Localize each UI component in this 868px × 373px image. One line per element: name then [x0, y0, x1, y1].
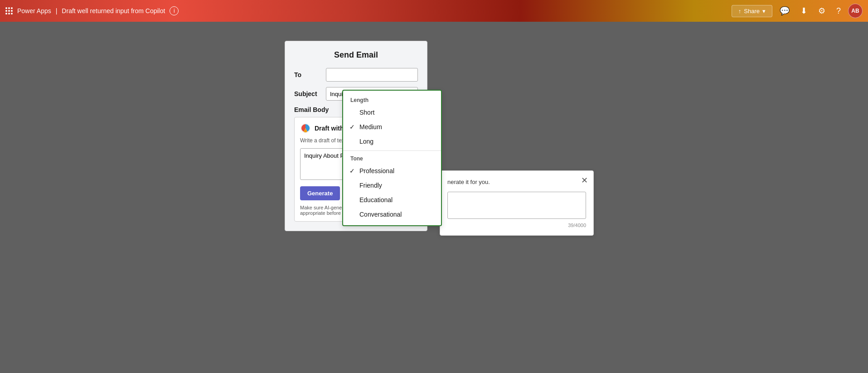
- tone-friendly-item[interactable]: Friendly: [343, 178, 441, 193]
- topbar: Power Apps | Draft well returned input f…: [0, 0, 868, 22]
- download-button[interactable]: ⬇: [797, 4, 811, 18]
- to-input[interactable]: [326, 68, 418, 82]
- info-icon[interactable]: i: [170, 6, 179, 15]
- tone-section-label: Tone: [343, 153, 441, 164]
- topbar-right-actions: ↑ Share ▾ 💬 ⬇ ⚙ ? AB: [732, 4, 863, 18]
- length-long-item[interactable]: Long: [343, 134, 441, 149]
- length-short-item[interactable]: Short: [343, 105, 441, 120]
- copilot-dialog: ✕ nerate it for you. 39/4000: [440, 170, 594, 236]
- comment-button[interactable]: 💬: [776, 4, 793, 18]
- tone-conversational-item[interactable]: Conversational: [343, 207, 441, 222]
- to-row: To: [294, 68, 418, 82]
- avatar[interactable]: AB: [848, 4, 863, 18]
- copilot-dialog-input[interactable]: [447, 192, 586, 219]
- title-separator: |: [56, 7, 58, 15]
- copilot-char-count: 39/4000: [447, 223, 586, 228]
- page-title: Draft well returned input from Copilot: [62, 7, 165, 15]
- tone-educational-item[interactable]: Educational: [343, 193, 441, 207]
- dialog-close-button[interactable]: ✕: [581, 175, 588, 185]
- canvas-area: Send Email To Subject Email Body: [0, 22, 868, 373]
- generate-button[interactable]: Generate: [300, 186, 340, 200]
- share-button[interactable]: ↑ Share ▾: [732, 5, 772, 17]
- subject-label: Subject: [294, 90, 321, 97]
- tone-professional-item[interactable]: Professional: [343, 164, 441, 178]
- help-button[interactable]: ?: [833, 5, 844, 18]
- adjust-dropdown: Length Short Medium Long Tone Profession…: [342, 90, 442, 226]
- length-medium-item[interactable]: Medium: [343, 120, 441, 134]
- copilot-logo-icon: [300, 123, 311, 134]
- length-section-label: Length: [343, 94, 441, 105]
- share-chevron-icon: ▾: [762, 8, 766, 15]
- dropdown-divider: [343, 150, 441, 151]
- copilot-dialog-description: nerate it for you.: [447, 178, 586, 186]
- panel-title: Send Email: [294, 50, 418, 60]
- settings-button[interactable]: ⚙: [815, 4, 829, 18]
- grid-menu-icon[interactable]: [5, 7, 13, 15]
- share-label: Share: [744, 8, 760, 15]
- share-icon: ↑: [738, 8, 742, 15]
- to-label: To: [294, 71, 321, 78]
- app-name: Power Apps: [17, 7, 51, 15]
